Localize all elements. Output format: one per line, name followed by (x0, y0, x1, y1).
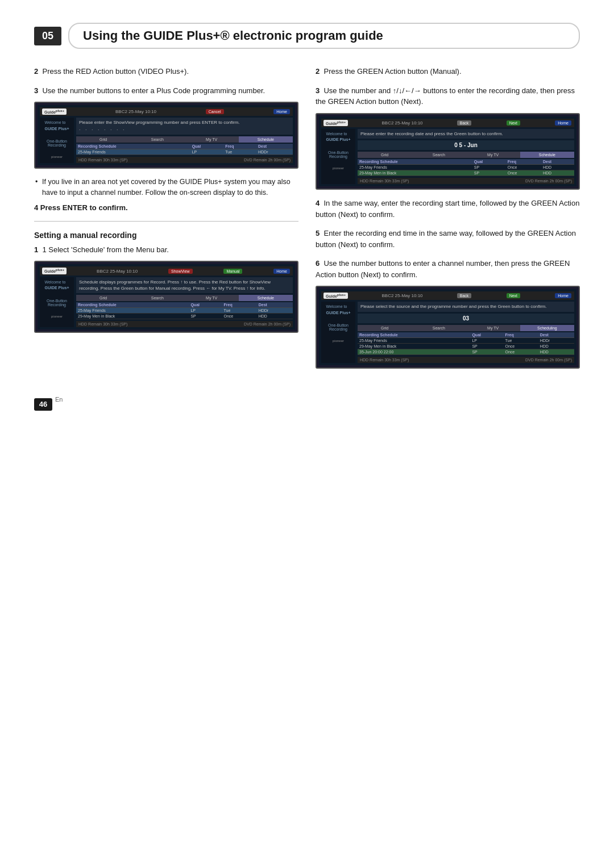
manual-chan-dvd: DVD Remain 2h 00m (SP) (525, 358, 572, 362)
manual-sched-left-panel: Welcome toGUIDE Plus+ One-ButtonRecordin… (40, 277, 74, 327)
showview-dvd-val: 2h 00m (SP) (268, 158, 291, 162)
showview-menu-bar: Grid Search My TV Schedule (76, 136, 293, 143)
showview-row1-freq: Tue (223, 149, 256, 155)
manual-sched-row1-qual: LP (189, 308, 222, 314)
manual-schedule-screen: Guideplus+ BBC2 25-May 10:10 ShowView Ma… (34, 261, 298, 333)
page-title: Using the GUIDE Plus+® electronic progra… (83, 28, 565, 43)
manual-date-row2-name: 29-May Men in Black (358, 170, 472, 176)
manual-sched-footer: HDD Remain 30h 33m (SP) DVD Remain 2h 00… (76, 321, 293, 327)
step2-right-num: 2 (316, 67, 320, 76)
manual-date-inner: Guideplus+ BBC2 25-May 10:10 Back Next H… (319, 116, 576, 187)
page-title-box: Using the GUIDE Plus+® electronic progra… (68, 23, 580, 49)
manual-date-row2-dest: HDD (541, 170, 574, 176)
step3-left-content: Use the number buttons to enter a Plus C… (42, 86, 265, 95)
page-lang: En (55, 396, 63, 403)
manual-chan-dvd-val: 2h 00m (SP) (550, 358, 572, 362)
manual-chan-menu: Grid Search My TV Scheduling (358, 325, 574, 331)
showview-topbar-left: BBC2 25-May 10:10 (115, 109, 156, 114)
showview-row1-qual: LP (190, 149, 224, 155)
manual-sched-menu: Grid Search My TV Schedule (76, 295, 293, 301)
showview-top-bar: Guideplus+ BBC2 25-May 10:10 Cancel Home (40, 107, 293, 116)
manual-sched-th-freq: Freq (222, 302, 256, 308)
showview-recording: One-ButtonRecording (47, 139, 67, 147)
manual-chan-table: Recording Schedule Qual Freq Dest 25-May… (358, 332, 574, 355)
manual-chan-row2-freq: Once (503, 343, 538, 349)
manual-date-topbar-left: BBC2 25-May 10:10 (382, 120, 423, 126)
showview-hdd: HDD Remain 30h 33m (SP) (78, 158, 127, 162)
manual-sched-menu-mytv: My TV (185, 295, 239, 301)
bullet-section: If you live in an area not yet covered b… (34, 177, 298, 199)
manual-date-recording: One-ButtonRecording (328, 151, 349, 158)
manual-sched-row2-dest: HDD (257, 314, 293, 319)
showview-instruction: Please enter the ShowView programming nu… (76, 118, 293, 135)
step6-right-text: 6 Use the number buttons to enter a chan… (316, 258, 580, 280)
manual-schedule-inner: Guideplus+ BBC2 25-May 10:10 ShowView Ma… (38, 264, 295, 329)
manual-sched-row2-name: 29-May Men in Black (76, 314, 189, 319)
manual-chan-row3-freq: Once (503, 349, 538, 354)
manual-date-hdd: HDD Remain 30h 33m (SP) (360, 179, 409, 183)
manual-chan-menu-sched: Scheduling (520, 325, 574, 331)
manual-chan-main: Please select the source and the program… (358, 302, 574, 362)
manual-sched-main: Schedule displays programmes for Record.… (76, 277, 293, 327)
manual-chan-logo: Guideplus+ (323, 293, 348, 299)
showview-logo: Guideplus+ (42, 108, 67, 115)
showview-dvd: DVD Remain 2h 00m (SP) (244, 158, 291, 162)
manual-date-th-freq: Freq (506, 159, 541, 165)
showview-th-qual: Qual (190, 144, 224, 149)
manual-chan-th-freq: Freq (503, 332, 538, 338)
manual-chan-row1-name: 25-May Friends (358, 337, 470, 343)
manual-date-btn-back: Back (457, 120, 472, 126)
manual-date-welcome: Welcome toGUIDE Plus+ (326, 131, 351, 143)
manual-sched-row1-freq: Tue (222, 308, 256, 314)
step3-right-content: Use the number and ↑/↓/←/→ buttons to en… (316, 86, 575, 106)
manual-sched-th-qual: Qual (189, 302, 222, 308)
manual-date-menu-mytv: My TV (466, 152, 520, 158)
showview-welcome: Welcome toGUIDE Plus+ (45, 120, 69, 132)
manual-sched-menu-grid: Grid (76, 295, 130, 301)
manual-date-main: Please enter the recording date and pres… (358, 129, 574, 184)
showview-btn-home: Home (273, 109, 290, 114)
manual-chan-instruction: Please select the source and the program… (358, 302, 574, 311)
manual-chan-menu-search: Search (412, 325, 466, 331)
manual-sched-row1-dest: HDDr (257, 308, 293, 314)
step6-right-content: Use the number buttons to enter a channe… (316, 259, 570, 279)
step2-left-num: 2 (34, 67, 38, 76)
manual-chan-row2-dest: HDD (538, 343, 574, 349)
page-footer: 46 En (34, 388, 580, 411)
manual-chan-hdd-val: 30h 33m (SP) (384, 358, 409, 362)
divider (34, 221, 298, 222)
manual-chan-row2-name: 29-May Men in Black (358, 343, 470, 349)
showview-instruction-text: Please enter the ShowView programming nu… (79, 120, 240, 125)
manual-sched-instruction: Schedule displays programmes for Record.… (76, 277, 293, 293)
showview-hdd-val: 30h 33m (SP) (103, 158, 127, 162)
manual-date-row1-name: 25-May Friends (358, 165, 472, 170)
showview-table: Recording Schedule Qual Freq Dest 25-May… (76, 144, 293, 155)
manual-chan-layout: Welcome toGUIDE Plus+ One-ButtonRecordin… (321, 302, 574, 362)
manual-chan-welcome: Welcome toGUIDE Plus+ (326, 304, 351, 316)
manual-chan-top-bar: Guideplus+ BBC2 25-May 10:10 Back Next H… (321, 291, 574, 300)
manual-date-instruction: Please enter the recording date and pres… (358, 129, 574, 139)
manual-sched-top-bar: Guideplus+ BBC2 25-May 10:10 ShowView Ma… (40, 266, 293, 275)
page-header: 05 Using the GUIDE Plus+® electronic pro… (34, 23, 580, 49)
manual-date-menu-search: Search (412, 152, 466, 158)
showview-row1-name: 25-May Friends (76, 149, 190, 155)
step3-right-num: 3 (316, 86, 320, 95)
showview-th-dest: Dest (256, 144, 293, 149)
step4-right-content: In the same way, enter the recording sta… (316, 199, 579, 219)
step5-right-content: Enter the recording end time in the same… (316, 229, 576, 249)
manual-sched-menu-search: Search (130, 295, 184, 301)
step3-left-num: 3 (34, 86, 38, 95)
manual-sched-welcome: Welcome toGUIDE Plus+ (45, 279, 69, 291)
top-section: 2 Press the RED Action button (VIDEO Plu… (34, 66, 580, 377)
manual-date-row-1: 25-May Friends SP Once HDD (358, 165, 574, 170)
step4-right-block: 4 In the same way, enter the recording s… (316, 198, 580, 220)
step4-right-num: 4 (316, 199, 320, 207)
showview-th-name: Recording Schedule (76, 144, 190, 149)
step5-right-block: 5 Enter the recording end time in the sa… (316, 228, 580, 250)
manual-date-display: 0 5 - Jun (358, 140, 574, 150)
manual-date-table: Recording Schedule Qual Freq Dest 25-May… (358, 159, 574, 176)
manual-date-menu: Grid Search My TV Schedule (358, 152, 574, 158)
manual-sched-row-1: 25-May Friends LP Tue HDDr (76, 308, 293, 314)
manual-sched-menu-schedule: Schedule (239, 295, 293, 301)
manual-date-row1-freq: Once (506, 165, 541, 170)
